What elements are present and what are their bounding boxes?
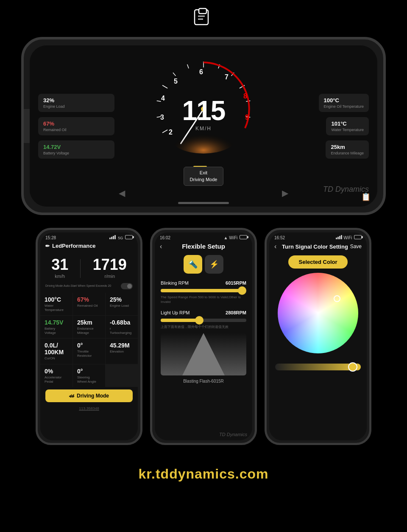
p2-battery (240, 235, 247, 239)
p1-steering-val: 0° (77, 368, 101, 375)
phone1: 15:28 5G ✏ LedPerformance (36, 228, 142, 445)
p2-back-btn[interactable]: ‹ (160, 243, 162, 250)
p1-fuel-label: CurON (45, 356, 68, 361)
exit-btn[interactable]: Exit Driving Mode (184, 167, 224, 186)
p3-bar2 (337, 237, 339, 239)
p2-blink-fill (161, 289, 242, 292)
p1-engine-label: Engine Load (110, 304, 134, 308)
p1-throttle-val: 0° (77, 342, 101, 349)
p1-water-label: WaterTemperature (45, 304, 68, 312)
phone2: 16:02 ▲ WiFi ‹ Flexible Setup 🔦 ⚡ (150, 228, 257, 445)
p1-toggle-dot (127, 284, 132, 288)
p1-oil-label: Remained Oil (77, 304, 101, 308)
p2-mode-icons: 🔦 ⚡ (155, 253, 252, 278)
p3-back-btn[interactable]: ‹ (274, 243, 276, 250)
p3-selected-color-btn[interactable]: Selected Color (288, 255, 347, 269)
p3-header: ‹ Turn Signal Color Setting Save (269, 241, 367, 254)
phone1-screen: 15:28 5G ✏ LedPerformance (40, 232, 138, 440)
p1-water-temp: 100°C WaterTemperature (40, 293, 72, 315)
water-temp-widget: 101°C Water Temperature (326, 117, 369, 135)
p1-serial: 113.358348 (40, 405, 138, 412)
p1-mileage-val: 25km (77, 319, 101, 326)
p1-speed-unit: km/h (51, 274, 68, 281)
p3-brightness-track[interactable] (275, 364, 361, 370)
p2-lightup-thumb[interactable] (195, 316, 204, 325)
p2-blink-slider[interactable] (161, 289, 246, 292)
left-arrow: ◀ (119, 188, 125, 198)
p2-all-icon[interactable]: 🔦 (184, 255, 202, 274)
p2-triangle (182, 333, 225, 375)
bar1 (109, 238, 111, 239)
p1-5g: 5G (118, 236, 123, 240)
speedometer: 2 3 4 5 6 7 8 9 (148, 54, 259, 164)
p3-brightness-thumb[interactable] (348, 362, 357, 372)
p1-throttle: 0° ThrottleRestrictor (73, 339, 105, 364)
p2-blink-slider-wrap (155, 288, 252, 294)
p2-blink-thumb[interactable] (238, 286, 246, 295)
p1-oil-val: 67% (77, 296, 101, 303)
endurance-label: Endurance Mileage (331, 151, 364, 155)
p3-bar1 (336, 238, 337, 239)
p1-big-numbers: 31 km/h 1719 r/min (40, 252, 138, 281)
phone3: 16:52 WiFi ‹ Turn Signal Color Se (265, 228, 371, 445)
landscape-screen: 32% Engine Load 67% Remained Oil 14.72V … (30, 45, 377, 207)
p3-wheel-cursor[interactable] (334, 295, 340, 302)
p2-blink-label: Blinking RPM (161, 280, 189, 286)
p1-accel: 0% AcceleratorPedal (40, 364, 72, 387)
p1-rpm-unit: r/min (93, 274, 127, 281)
p1-toggle[interactable] (121, 283, 133, 289)
svg-text:6: 6 (199, 68, 203, 76)
p1-battery-v: 14.75V BatteryVoltage (40, 316, 72, 338)
p1-signal: 5G (109, 235, 133, 240)
p3-status-icons: WiFi (336, 235, 362, 240)
svg-text:9: 9 (245, 114, 249, 121)
speed-value: 115 (182, 95, 225, 127)
p2-lightup-label: Light Up RPM (161, 310, 190, 315)
endurance-widget: 25km Endurance Mileage (326, 140, 369, 159)
landscape-phone-wrapper: 32% Engine Load 67% Remained Oil 14.72V … (0, 33, 407, 228)
p2-statusbar: 16:02 ▲ WiFi (155, 232, 252, 241)
p3-signal-bars (336, 235, 342, 239)
p1-divider (80, 259, 81, 278)
p1-steering-label: SteeringWheel Angle (77, 375, 101, 384)
p2-rpm-symbol: ⚡ (209, 260, 219, 269)
dash-arrows: ◀ ▶ (114, 188, 293, 198)
right-arrow: ▶ (282, 188, 288, 198)
p1-elevation: 45.29M Elevation (106, 339, 138, 364)
p1-elev-val: 45.29M (110, 342, 134, 349)
p1-battery-label: BatteryVoltage (45, 327, 68, 335)
p2-title: Flexible Setup (182, 243, 225, 250)
p3-save-btn[interactable]: Save (350, 244, 362, 249)
p2-rpm-icon[interactable]: ⚡ (205, 255, 223, 274)
p2-lightup-slider[interactable] (161, 319, 246, 322)
battery-label: Battery Voltage (43, 151, 109, 155)
svg-text:4: 4 (161, 95, 165, 102)
p2-header: ‹ Flexible Setup (155, 241, 252, 253)
p2-all-label: 🔦 (188, 260, 198, 269)
p1-oil: 67% Remained Oil (73, 293, 105, 315)
p3-title: Turn Signal Color Setting (280, 244, 350, 250)
battery-widget: 14.72V Battery Voltage (38, 140, 114, 159)
battery-value: 14.72V (43, 144, 109, 150)
p2-blink-row: Blinking RPM 6015RPM (155, 278, 252, 288)
p1-engine: 25% Engine Load (106, 293, 138, 315)
p1-accel-label: AcceleratorPedal (45, 375, 68, 384)
dash-left: 32% Engine Load 67% Remained Oil 14.72V … (38, 54, 114, 198)
p1-rpm: 1719 (93, 256, 127, 274)
p1-toggle-label: Driving Mode Auto-Start When Speed Excee… (45, 284, 111, 288)
phone2-screen: 16:02 ▲ WiFi ‹ Flexible Setup 🔦 ⚡ (155, 232, 252, 440)
p1-driving-btn[interactable]: 🏎 Driving Mode (45, 389, 133, 402)
p3-color-wheel[interactable] (278, 273, 358, 353)
svg-line-8 (173, 73, 176, 76)
p1-mileage: 25km EnduranceMileage (73, 316, 105, 338)
svg-text:5: 5 (174, 78, 178, 85)
dash-right: 100°C Engine Oil Temperature 101°C Water… (293, 54, 369, 198)
svg-text:7: 7 (225, 73, 229, 81)
p3-brightness-wrap (269, 362, 367, 373)
svg-line-9 (187, 64, 189, 68)
remained-oil-label: Remained Oil (43, 128, 109, 132)
p3-color-wheel-wrapper (269, 273, 367, 358)
water-temp-label: Water Temperature (331, 128, 364, 132)
p2-lightup-slider-wrap (155, 318, 252, 324)
p1-signal-bars (109, 235, 116, 239)
